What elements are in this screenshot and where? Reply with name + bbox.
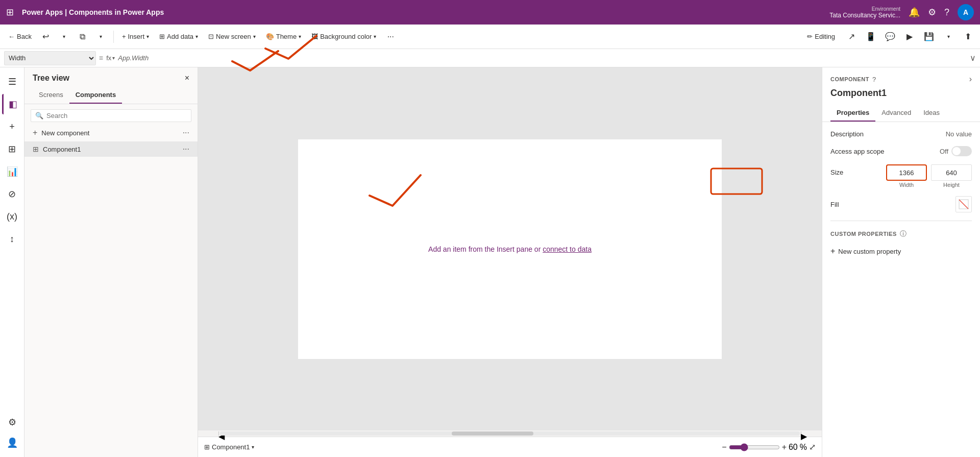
editing-button[interactable]: ✏ Editing	[802, 31, 840, 42]
canvas-footer-wrapper: ◀ ▶ ⊞ Component1 ▾ − + 60 % ⤢	[198, 430, 822, 457]
environment-name: Tata Consultancy Servic...	[829, 12, 900, 19]
fx-label: fx	[106, 54, 111, 62]
sidebar-treeview[interactable]: ◧	[2, 94, 22, 114]
sidebar-settings[interactable]: ⚙	[2, 412, 22, 432]
save-chevron[interactable]: ▾	[940, 29, 957, 45]
scroll-left-arrow[interactable]: ◀	[218, 431, 219, 436]
scroll-right-arrow[interactable]: ▶	[801, 431, 801, 436]
formula-expand[interactable]: ∨	[970, 53, 976, 63]
sidebar-media[interactable]: 📊	[2, 161, 22, 182]
settings-icon[interactable]: ⚙	[928, 7, 936, 18]
theme-label: Theme	[276, 33, 297, 40]
zoom-out-button[interactable]: −	[722, 443, 726, 452]
fill-swatch[interactable]	[955, 196, 972, 212]
tree-search-box[interactable]: 🔍	[31, 109, 191, 122]
size-row: Size Width Height	[830, 164, 972, 188]
back-button[interactable]: ← Back	[4, 31, 36, 42]
newscreen-icon: ⊡	[208, 33, 214, 40]
formula-input[interactable]	[118, 51, 967, 65]
undo-chevron[interactable]: ▾	[56, 29, 72, 45]
tree-item[interactable]: ⊞ Component1 ···	[24, 141, 198, 157]
canvas-component-chevron[interactable]: ▾	[252, 444, 254, 450]
right-panel: COMPONENT ? › Component1 Properties Adva…	[822, 67, 980, 457]
placeholder-or: or	[534, 245, 541, 253]
bell-icon[interactable]: 🔔	[909, 7, 920, 18]
adddata-label: Add data	[167, 33, 193, 40]
component-tab-icon: ⊞	[204, 443, 210, 451]
share-button[interactable]: ↗	[843, 29, 860, 45]
custom-props-help[interactable]: ⓘ	[900, 229, 906, 238]
description-row: Description No value	[830, 130, 972, 138]
canvas-placeholder: Add an item from the Insert pane or conn…	[428, 245, 592, 253]
access-scope-value: Off	[940, 148, 948, 155]
zoom-in-button[interactable]: +	[782, 443, 787, 452]
scrollbar-thumb[interactable]	[452, 431, 533, 436]
access-scope-row: Access app scope Off	[830, 146, 972, 156]
newscreen-button[interactable]: ⊡ New screen ▾	[204, 31, 260, 42]
main-layout: ☰ ◧ + ⊞ 📊 ⊘ (x) ↕ ⚙ 👤 Tree view × Screen…	[0, 67, 980, 457]
bgcolor-button[interactable]: 🖼 Background color ▾	[307, 31, 380, 42]
sidebar-data[interactable]: ⊞	[2, 139, 22, 159]
divider1	[113, 31, 114, 43]
tab-ideas[interactable]: Ideas	[917, 105, 946, 122]
tab-properties[interactable]: Properties	[830, 105, 875, 122]
right-panel-expand-button[interactable]: ›	[969, 75, 972, 84]
help-icon[interactable]: ?	[944, 7, 949, 18]
height-label: Height	[943, 182, 960, 188]
undo-button[interactable]: ↩	[38, 29, 54, 45]
insert-button[interactable]: + Insert ▾	[118, 31, 153, 42]
publish-button[interactable]: ⬆	[960, 29, 976, 45]
adddata-button[interactable]: ⊞ Add data ▾	[155, 31, 202, 42]
copy-chevron[interactable]: ▾	[93, 29, 109, 45]
sidebar-insert[interactable]: +	[2, 116, 22, 137]
section-divider	[830, 221, 972, 221]
sidebar-hamburger[interactable]: ☰	[2, 71, 22, 92]
new-component-label: New component	[41, 129, 89, 137]
height-group: Height	[931, 164, 972, 188]
canvas-component-name: Component1	[212, 443, 250, 451]
property-selector[interactable]: Width	[4, 51, 96, 65]
copy-button[interactable]: ⧉	[75, 29, 91, 45]
new-component-dots[interactable]: ···	[183, 128, 189, 137]
scrollbar-area[interactable]: ◀ ▶	[198, 430, 822, 437]
newscreen-chevron: ▾	[253, 34, 256, 39]
play-button[interactable]: ▶	[901, 29, 918, 45]
canvas-frame[interactable]: Add an item from the Insert pane or conn…	[298, 139, 722, 359]
component-help-icon[interactable]: ?	[872, 76, 876, 83]
sidebar-account[interactable]: 👤	[2, 432, 22, 453]
search-icon: 🔍	[35, 112, 43, 119]
sidebar-variables[interactable]: (x)	[2, 206, 22, 227]
save-button[interactable]: 💾	[921, 29, 937, 45]
more-button[interactable]: ···	[382, 29, 399, 45]
tab-advanced[interactable]: Advanced	[875, 105, 917, 122]
connect-to-data-link[interactable]: connect to data	[543, 245, 592, 253]
grid-icon[interactable]: ⊞	[6, 7, 14, 18]
fx-chevron: ▾	[112, 55, 115, 61]
equals-sign: =	[99, 54, 103, 62]
search-input[interactable]	[46, 112, 187, 119]
fullscreen-button[interactable]: ⤢	[809, 442, 816, 452]
tab-components[interactable]: Components	[69, 87, 122, 104]
sidebar-connections[interactable]: ↕	[2, 229, 22, 249]
theme-button[interactable]: 🎨 Theme ▾	[262, 31, 305, 42]
new-custom-property-button[interactable]: + New custom property	[830, 247, 901, 256]
avatar[interactable]: A	[958, 4, 974, 20]
width-input[interactable]	[886, 164, 927, 181]
tree-close-button[interactable]: ×	[185, 74, 189, 83]
chat-button[interactable]: 💬	[882, 29, 898, 45]
size-inputs: Width Height	[886, 164, 972, 188]
phone-button[interactable]: 📱	[863, 29, 879, 45]
scrollbar-track[interactable]	[220, 431, 800, 436]
fx-button[interactable]: fx ▾	[106, 54, 115, 62]
zoom-slider[interactable]	[729, 443, 780, 451]
component-display-name: Component1	[822, 86, 980, 105]
size-label: Size	[830, 169, 843, 176]
access-scope-toggle[interactable]	[951, 146, 972, 156]
bgcolor-chevron: ▾	[374, 34, 376, 39]
environment-block: Environment Tata Consultancy Servic...	[829, 6, 900, 19]
tab-screens[interactable]: Screens	[33, 87, 69, 104]
height-input[interactable]	[931, 164, 972, 181]
new-component-item[interactable]: + New component ···	[24, 124, 198, 141]
component-dots[interactable]: ···	[183, 145, 189, 154]
sidebar-power-automate[interactable]: ⊘	[2, 184, 22, 204]
